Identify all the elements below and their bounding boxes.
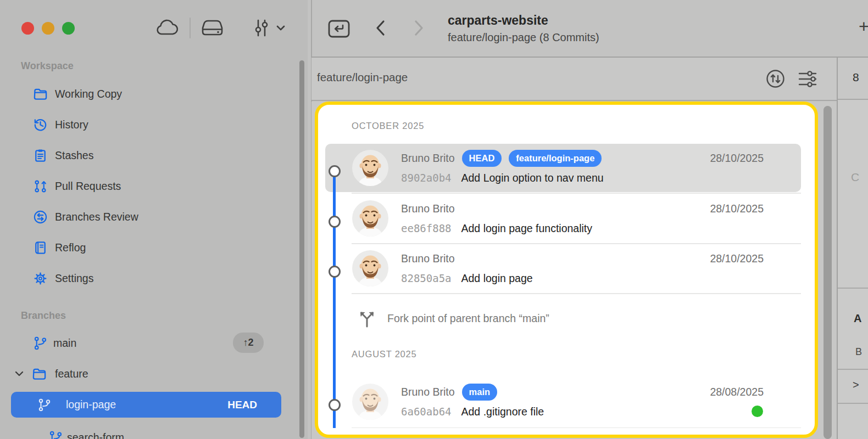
commit-count-fragment: 8 bbox=[853, 71, 859, 84]
cloud-icon bbox=[155, 19, 180, 37]
history-clock-icon bbox=[33, 117, 48, 132]
back-button[interactable] bbox=[374, 19, 388, 37]
row-divider bbox=[352, 193, 801, 194]
clipboard-icon bbox=[33, 148, 48, 163]
sidebar-item-label: Working Copy bbox=[55, 88, 122, 100]
avatar bbox=[352, 383, 389, 420]
commit-hash: 82850a5a bbox=[401, 272, 452, 284]
commit-details-panel-partial: 8 C A B > bbox=[838, 57, 868, 439]
sidebar-item-label: Pull Requests bbox=[55, 180, 121, 193]
add-button-partial[interactable]: + bbox=[859, 16, 868, 37]
commit-author: Bruno Brito bbox=[401, 252, 455, 265]
sidebar-item-pull-requests[interactable]: Pull Requests bbox=[0, 171, 299, 201]
close-window-button[interactable] bbox=[21, 22, 34, 35]
compare-arrows-icon bbox=[765, 69, 786, 89]
avatar bbox=[352, 149, 389, 187]
details-text-fragment: C bbox=[851, 171, 859, 184]
forward-button[interactable] bbox=[411, 19, 426, 37]
folder-icon bbox=[32, 367, 47, 381]
row-divider bbox=[352, 427, 801, 428]
sidebar-item-branches-review[interactable]: Branches Review bbox=[0, 201, 299, 232]
details-title-fragment: A bbox=[854, 312, 861, 325]
head-badge: HEAD bbox=[227, 399, 257, 411]
section-header-october: OCTOBER 2025 bbox=[352, 121, 424, 131]
repository-subtitle: feature/login-page (8 Commits) bbox=[448, 31, 599, 44]
sidebar-scrollbar[interactable] bbox=[299, 60, 304, 438]
commit-row[interactable]: Bruno Brito 28/10/2025 82850a5a Add logi… bbox=[325, 244, 801, 292]
minimize-window-button[interactable] bbox=[42, 22, 54, 35]
hard-drive-icon bbox=[200, 18, 225, 38]
commit-row[interactable]: Bruno Brito 28/10/2025 ee86f888 Add logi… bbox=[325, 194, 801, 243]
commit-author: Bruno Brito bbox=[401, 202, 455, 215]
details-divider bbox=[838, 288, 868, 289]
pull-request-icon bbox=[33, 179, 48, 194]
details-divider bbox=[838, 369, 868, 370]
commit-date: 28/10/2025 bbox=[710, 152, 764, 165]
commit-message: Add login page bbox=[461, 272, 533, 285]
compare-button[interactable] bbox=[765, 69, 786, 89]
commit-node bbox=[329, 399, 341, 411]
sidebar-item-label: Stashes bbox=[55, 149, 93, 162]
commit-hash: 8902a0b4 bbox=[401, 172, 452, 184]
commit-row[interactable]: Bruno Brito HEAD feature/login-page 28/1… bbox=[325, 144, 801, 192]
chevron-down-icon bbox=[15, 370, 24, 377]
app-window: Workspace Working Copy History bbox=[0, 0, 868, 439]
commit-node bbox=[329, 165, 341, 177]
commit-author: Bruno Brito bbox=[401, 152, 455, 165]
commit-list-scrollbar[interactable] bbox=[824, 106, 832, 439]
filter-options-button[interactable] bbox=[797, 69, 819, 89]
view-options-button[interactable] bbox=[252, 18, 286, 38]
branch-folder-label: feature bbox=[55, 368, 88, 380]
details-divider bbox=[838, 403, 868, 404]
fork-point-note: Fork point of parent branch “main” bbox=[387, 312, 549, 325]
section-header-august: AUGUST 2025 bbox=[352, 349, 417, 359]
sidebar-branch-folder-feature[interactable]: feature bbox=[0, 358, 299, 389]
gear-icon bbox=[33, 271, 48, 286]
commit-list: OCTOBER 2025 bbox=[318, 105, 808, 428]
branches-section-label: Branches bbox=[21, 310, 66, 322]
sliders-icon bbox=[252, 18, 270, 38]
local-repositories-button[interactable] bbox=[200, 18, 225, 38]
filter-sliders-icon bbox=[797, 69, 819, 89]
toolbar-separator bbox=[190, 18, 191, 38]
commit-date: 28/10/2025 bbox=[710, 252, 764, 265]
sidebar-item-settings[interactable]: Settings bbox=[0, 263, 299, 294]
sidebar-item-working-copy[interactable]: Working Copy bbox=[0, 78, 299, 109]
sidebar-item-label: History bbox=[55, 119, 88, 131]
branch-label: main bbox=[53, 337, 76, 350]
sidebar-branch-login-page-selected[interactable]: login-page HEAD bbox=[11, 392, 281, 418]
chevron-down-icon bbox=[276, 24, 286, 32]
branches-review-icon bbox=[33, 210, 48, 224]
avatar bbox=[352, 200, 389, 237]
disclosure-chevron-fragment[interactable]: > bbox=[853, 379, 859, 391]
commit-row[interactable]: Bruno Brito main 28/08/2025 6a60ab64 Add… bbox=[325, 378, 801, 426]
commit-hash: 6a60ab64 bbox=[401, 406, 452, 418]
sidebar-item-label: Branches Review bbox=[55, 211, 138, 223]
branch-label: login-page bbox=[66, 398, 116, 411]
git-branch-icon bbox=[48, 430, 63, 439]
branch-path-label: feature/login-page bbox=[317, 71, 408, 84]
branch-badge: main bbox=[462, 384, 498, 401]
commit-hash: ee86f888 bbox=[401, 222, 452, 234]
workspace-nav: Working Copy History Stashes bbox=[0, 78, 299, 294]
open-repository-button[interactable] bbox=[327, 18, 351, 40]
fork-icon bbox=[356, 307, 378, 329]
sidebar-branch-main[interactable]: main ↑2 bbox=[0, 328, 299, 358]
zoom-window-button[interactable] bbox=[62, 22, 75, 35]
status-green-dot bbox=[752, 406, 763, 417]
folder-icon bbox=[33, 87, 48, 102]
commit-list-spotlight: OCTOBER 2025 bbox=[315, 102, 818, 438]
cloud-services-button[interactable] bbox=[155, 19, 180, 37]
sidebar-item-stashes[interactable]: Stashes bbox=[0, 140, 299, 171]
commit-message: Add Login option to nav menu bbox=[461, 172, 604, 184]
sidebar-branch-search-form[interactable]: search-form bbox=[0, 422, 299, 439]
commit-date: 28/08/2025 bbox=[710, 386, 764, 398]
sidebar-item-reflog[interactable]: Reflog bbox=[0, 232, 299, 263]
git-branch-icon bbox=[37, 398, 52, 412]
sidebar-item-history[interactable]: History bbox=[0, 109, 299, 140]
branch-label: search-form bbox=[67, 431, 124, 439]
head-badge: HEAD bbox=[462, 150, 502, 167]
git-branch-icon bbox=[33, 336, 48, 351]
reflog-book-icon bbox=[33, 240, 48, 255]
details-header: 8 bbox=[838, 57, 868, 100]
